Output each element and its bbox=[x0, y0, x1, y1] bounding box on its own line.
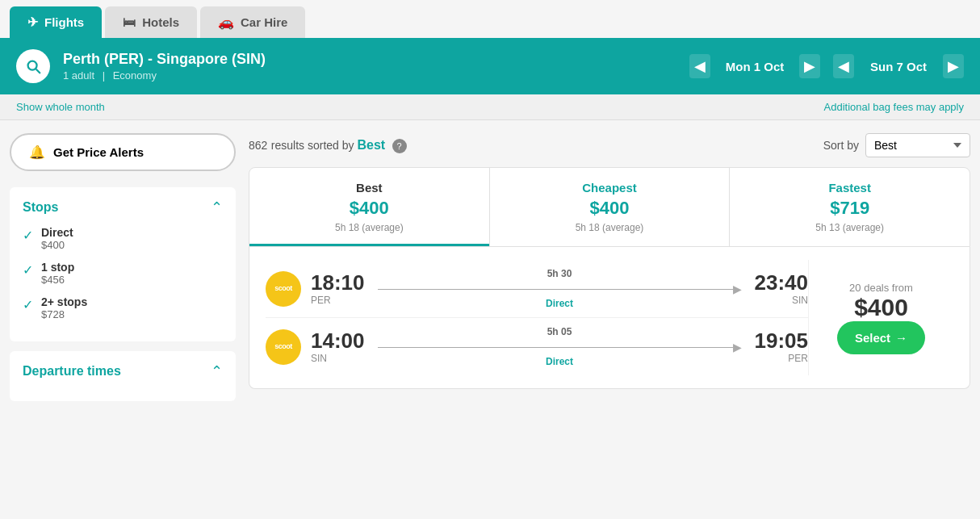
hotels-label: Hotels bbox=[142, 15, 179, 29]
hotels-icon: 🛏 bbox=[123, 15, 136, 30]
check-1stop-icon[interactable]: ✓ bbox=[23, 262, 33, 278]
return-departure: 14:00 SIN bbox=[311, 330, 365, 364]
return-next-arrow[interactable]: ▶ bbox=[943, 54, 964, 78]
stops-filter-header: Stops ⌃ bbox=[23, 199, 223, 216]
search-icon-circle[interactable] bbox=[16, 49, 50, 83]
return-date: Sun 7 Oct bbox=[862, 60, 935, 73]
flight-result-card: scoot 18:10 PER 5h 30 ▶ bbox=[249, 247, 970, 389]
outbound-date-nav: ◀ Mon 1 Oct ▶ bbox=[689, 54, 820, 78]
fastest-tab-avg: 5h 13 (average) bbox=[743, 222, 957, 233]
departure-times-title: Departure times bbox=[23, 364, 121, 379]
stop-2plus-price: $728 bbox=[41, 308, 87, 320]
return-stop-label: Direct bbox=[378, 356, 742, 367]
arrow-icon-return: ▶ bbox=[733, 341, 742, 354]
flight-line-outbound: ▶ bbox=[378, 283, 742, 295]
fastest-tab-label: Fastest bbox=[743, 181, 957, 195]
stop-1stop: ✓ 1 stop $456 bbox=[23, 261, 223, 286]
results-count-text: 862 results sorted by Best ? bbox=[249, 138, 407, 153]
outbound-duration: 5h 30 bbox=[378, 268, 742, 279]
flight-price: $400 bbox=[854, 294, 908, 321]
results-count: 862 bbox=[249, 139, 267, 152]
return-middle: 5h 05 ▶ Direct bbox=[378, 326, 742, 367]
sort-by-label: Sort by bbox=[823, 139, 859, 152]
stops-title: Stops bbox=[23, 200, 58, 215]
flights-label: Flights bbox=[44, 15, 84, 29]
cheapest-tab-price: $400 bbox=[503, 198, 717, 219]
stop-direct-label: Direct bbox=[41, 226, 73, 239]
results-panel: 862 results sorted by Best ? Sort by Bes… bbox=[249, 133, 970, 411]
tab-card-cheapest[interactable]: Cheapest $400 5h 18 (average) bbox=[490, 168, 731, 246]
sidebar: 🔔 Get Price Alerts Stops ⌃ ✓ Direct $400… bbox=[10, 133, 236, 411]
outbound-stop-label: Direct bbox=[378, 298, 742, 309]
best-tab-price: $400 bbox=[262, 198, 476, 219]
outbound-arr-time: 23:40 bbox=[755, 272, 809, 293]
cheapest-tab-avg: 5h 18 (average) bbox=[503, 222, 717, 233]
check-2plus-icon[interactable]: ✓ bbox=[23, 297, 33, 312]
flights-icon: ✈ bbox=[27, 15, 38, 30]
tab-hotels[interactable]: 🛏 Hotels bbox=[105, 6, 197, 38]
price-select-column: 20 deals from $400 Select → bbox=[808, 260, 953, 375]
sorted-by-value: Best bbox=[357, 138, 385, 152]
sort-by-control: Sort by Best Cheapest Fastest bbox=[823, 133, 970, 157]
return-arr-airport: PER bbox=[755, 353, 809, 364]
scoot-logo-return: scoot bbox=[266, 329, 301, 365]
deals-text: 20 deals from bbox=[849, 282, 913, 294]
return-date-nav: ◀ Sun 7 Oct ▶ bbox=[833, 54, 964, 78]
return-dep-airport: SIN bbox=[311, 353, 365, 364]
arrow-icon-outbound: ▶ bbox=[733, 283, 742, 295]
return-dep-time: 14:00 bbox=[311, 330, 365, 351]
outbound-arrival: 23:40 SIN bbox=[755, 272, 809, 306]
departure-times-header: Departure times ⌃ bbox=[23, 362, 223, 380]
stops-filter: Stops ⌃ ✓ Direct $400 ✓ 1 stop $456 ✓ bbox=[10, 187, 236, 341]
arrow-right-icon: → bbox=[895, 331, 907, 345]
stops-chevron-icon[interactable]: ⌃ bbox=[211, 199, 223, 216]
search-bar: Perth (PER) - Singapore (SIN) 1 adult | … bbox=[0, 38, 980, 94]
stop-1stop-label: 1 stop bbox=[41, 261, 74, 274]
show-whole-month-link[interactable]: Show whole month bbox=[16, 101, 105, 113]
outbound-departure: 18:10 PER bbox=[311, 272, 365, 306]
get-price-alerts-button[interactable]: 🔔 Get Price Alerts bbox=[10, 133, 236, 171]
tab-card-fastest[interactable]: Fastest $719 5h 13 (average) bbox=[730, 168, 970, 246]
flight-line-return: ▶ bbox=[378, 341, 742, 354]
car-hire-label: Car Hire bbox=[241, 15, 287, 29]
sub-bar: Show whole month Additional bag fees may… bbox=[0, 94, 980, 120]
results-header: 862 results sorted by Best ? Sort by Bes… bbox=[249, 133, 970, 157]
bag-fees-notice: Additional bag fees may apply bbox=[824, 101, 964, 113]
help-icon[interactable]: ? bbox=[392, 139, 407, 153]
top-nav: ✈ Flights 🛏 Hotels 🚗 Car Hire bbox=[0, 0, 980, 38]
flights-column: scoot 18:10 PER 5h 30 ▶ bbox=[266, 260, 808, 375]
outbound-dep-time: 18:10 bbox=[311, 272, 365, 293]
adults-label: 1 adult bbox=[63, 69, 94, 82]
stop-2plus-label: 2+ stops bbox=[41, 295, 87, 308]
stop-direct-price: $400 bbox=[41, 239, 73, 251]
tab-car-hire[interactable]: 🚗 Car Hire bbox=[200, 6, 305, 38]
select-button[interactable]: Select → bbox=[837, 321, 925, 354]
route-info: Perth (PER) - Singapore (SIN) 1 adult | … bbox=[63, 51, 676, 82]
return-arrival: 19:05 PER bbox=[755, 330, 809, 364]
outbound-middle: 5h 30 ▶ Direct bbox=[378, 268, 742, 309]
tab-flights[interactable]: ✈ Flights bbox=[10, 6, 102, 38]
return-flight-row: scoot 14:00 SIN 5h 05 ▶ bbox=[266, 318, 808, 375]
cabin-label: Economy bbox=[113, 69, 157, 82]
outbound-date: Mon 1 Oct bbox=[718, 60, 791, 73]
check-direct-icon[interactable]: ✓ bbox=[23, 228, 33, 243]
return-prev-arrow[interactable]: ◀ bbox=[833, 54, 854, 78]
results-sorted-by: results sorted by bbox=[271, 139, 358, 152]
outbound-dep-airport: PER bbox=[311, 295, 365, 306]
departure-times-filter: Departure times ⌃ bbox=[10, 351, 236, 401]
cheapest-tab-label: Cheapest bbox=[503, 181, 717, 195]
best-tab-label: Best bbox=[262, 181, 476, 195]
tab-card-best[interactable]: Best $400 5h 18 (average) bbox=[249, 168, 490, 246]
outbound-prev-arrow[interactable]: ◀ bbox=[689, 54, 710, 78]
outbound-flight-row: scoot 18:10 PER 5h 30 ▶ bbox=[266, 260, 808, 318]
fastest-tab-price: $719 bbox=[743, 198, 957, 219]
car-icon: 🚗 bbox=[218, 15, 234, 30]
outbound-next-arrow[interactable]: ▶ bbox=[799, 54, 820, 78]
departure-chevron-icon[interactable]: ⌃ bbox=[211, 362, 223, 380]
return-flight-details: 14:00 SIN 5h 05 ▶ Direct bbox=[311, 326, 808, 367]
price-alert-label: Get Price Alerts bbox=[53, 145, 144, 159]
search-icon bbox=[24, 57, 42, 75]
stop-1stop-price: $456 bbox=[41, 274, 74, 286]
sort-select[interactable]: Best Cheapest Fastest bbox=[865, 133, 970, 157]
route-title: Perth (PER) - Singapore (SIN) bbox=[63, 51, 676, 68]
